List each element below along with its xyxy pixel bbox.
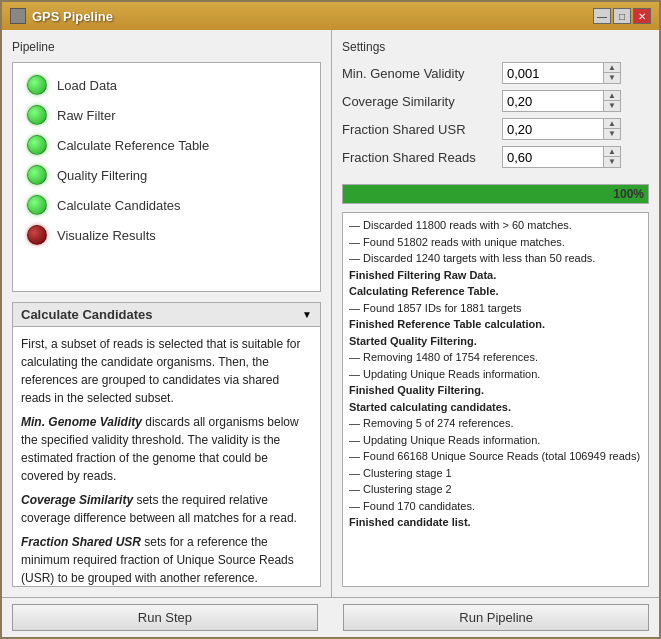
info-paragraph: Min. Genome Validity discards all organi… (21, 413, 312, 485)
progress-section: 100% (342, 184, 649, 204)
app-icon (10, 8, 26, 24)
pipeline-list: Load DataRaw FilterCalculate Reference T… (12, 62, 321, 292)
log-entry: Finished Quality Filtering. (349, 382, 642, 399)
progress-bar-wrap: 100% (342, 184, 649, 204)
settings-input-wrap: ▲▼ (502, 118, 621, 140)
spin-buttons: ▲▼ (603, 119, 620, 139)
info-paragraph: First, a subset of reads is selected tha… (21, 335, 312, 407)
main-content: Pipeline Load DataRaw FilterCalculate Re… (2, 30, 659, 597)
title-buttons: — □ ✕ (593, 8, 651, 24)
log-entry: — Clustering stage 2 (349, 481, 642, 498)
status-light (27, 165, 47, 185)
log-entry: — Found 66168 Unique Source Reads (total… (349, 448, 642, 465)
settings-input-wrap: ▲▼ (502, 62, 621, 84)
pipeline-section-label: Pipeline (12, 40, 321, 54)
run-pipeline-button[interactable]: Run Pipeline (343, 604, 649, 631)
log-entry: — Found 1857 IDs for 1881 targets (349, 300, 642, 317)
status-light (27, 105, 47, 125)
close-button[interactable]: ✕ (633, 8, 651, 24)
maximize-button[interactable]: □ (613, 8, 631, 24)
settings-row: Coverage Similarity▲▼ (342, 90, 649, 112)
spin-buttons: ▲▼ (603, 63, 620, 83)
log-box[interactable]: — Discarded 11800 reads with > 60 matche… (342, 212, 649, 587)
log-entry: — Discarded 1240 targets with less than … (349, 250, 642, 267)
log-entry: Finished Reference Table calculation. (349, 316, 642, 333)
log-entry: Finished candidate list. (349, 514, 642, 531)
pipeline-item[interactable]: Raw Filter (23, 103, 310, 127)
progress-label: 100% (613, 187, 644, 201)
settings-input[interactable] (503, 120, 603, 139)
title-bar-left: GPS Pipeline (10, 8, 113, 24)
spin-up-button[interactable]: ▲ (604, 63, 620, 73)
settings-row: Fraction Shared Reads▲▼ (342, 146, 649, 168)
status-light (27, 75, 47, 95)
log-entry: — Removing 1480 of 1754 references. (349, 349, 642, 366)
settings-input[interactable] (503, 64, 603, 83)
pipeline-item[interactable]: Quality Filtering (23, 163, 310, 187)
pipeline-item[interactable]: Calculate Candidates (23, 193, 310, 217)
settings-section-label: Settings (342, 40, 649, 54)
settings-row: Fraction Shared USR▲▼ (342, 118, 649, 140)
pipeline-item[interactable]: Calculate Reference Table (23, 133, 310, 157)
settings-row-label: Fraction Shared Reads (342, 150, 502, 165)
log-entry: — Discarded 11800 reads with > 60 matche… (349, 217, 642, 234)
spin-up-button[interactable]: ▲ (604, 91, 620, 101)
settings-row: Min. Genome Validity▲▼ (342, 62, 649, 84)
pipeline-item[interactable]: Load Data (23, 73, 310, 97)
right-panel: Settings Min. Genome Validity▲▼Coverage … (332, 30, 659, 597)
log-entry: — Found 51802 reads with unique matches. (349, 234, 642, 251)
log-entry: — Updating Unique Reads information. (349, 366, 642, 383)
settings-row-label: Coverage Similarity (342, 94, 502, 109)
info-box-title: Calculate Candidates (21, 307, 153, 322)
log-entry: — Clustering stage 1 (349, 465, 642, 482)
spin-down-button[interactable]: ▼ (604, 129, 620, 139)
settings-section: Min. Genome Validity▲▼Coverage Similarit… (342, 62, 649, 174)
status-light (27, 135, 47, 155)
info-box-header: Calculate Candidates ▼ (13, 303, 320, 327)
info-box: Calculate Candidates ▼ First, a subset o… (12, 302, 321, 587)
log-entry: Calculating Reference Table. (349, 283, 642, 300)
left-panel: Pipeline Load DataRaw FilterCalculate Re… (2, 30, 332, 597)
spin-up-button[interactable]: ▲ (604, 119, 620, 129)
pipeline-item[interactable]: Visualize Results (23, 223, 310, 247)
pipeline-item-label: Visualize Results (57, 228, 156, 243)
settings-input[interactable] (503, 92, 603, 111)
pipeline-item-label: Calculate Candidates (57, 198, 181, 213)
status-light (27, 195, 47, 215)
pipeline-item-label: Calculate Reference Table (57, 138, 209, 153)
settings-input-wrap: ▲▼ (502, 146, 621, 168)
log-entry: — Found 170 candidates. (349, 498, 642, 515)
run-step-button[interactable]: Run Step (12, 604, 318, 631)
pipeline-item-label: Load Data (57, 78, 117, 93)
spin-down-button[interactable]: ▼ (604, 101, 620, 111)
spin-down-button[interactable]: ▼ (604, 157, 620, 167)
settings-input-wrap: ▲▼ (502, 90, 621, 112)
settings-row-label: Fraction Shared USR (342, 122, 502, 137)
settings-input[interactable] (503, 148, 603, 167)
title-bar: GPS Pipeline — □ ✕ (2, 2, 659, 30)
settings-row-label: Min. Genome Validity (342, 66, 502, 81)
pipeline-item-label: Raw Filter (57, 108, 116, 123)
main-window: GPS Pipeline — □ ✕ Pipeline Load DataRaw… (0, 0, 661, 639)
status-light (27, 225, 47, 245)
info-paragraph: Fraction Shared USR sets for a reference… (21, 533, 312, 586)
log-entry: Finished Filtering Raw Data. (349, 267, 642, 284)
minimize-button[interactable]: — (593, 8, 611, 24)
pipeline-item-label: Quality Filtering (57, 168, 147, 183)
info-paragraph: Coverage Similarity sets the required re… (21, 491, 312, 527)
spin-buttons: ▲▼ (603, 91, 620, 111)
log-entry: Started calculating candidates. (349, 399, 642, 416)
spin-down-button[interactable]: ▼ (604, 73, 620, 83)
log-entry: — Updating Unique Reads information. (349, 432, 642, 449)
log-entry: — Removing 5 of 274 references. (349, 415, 642, 432)
info-box-content: First, a subset of reads is selected tha… (13, 327, 320, 586)
spin-buttons: ▲▼ (603, 147, 620, 167)
info-box-scroll[interactable]: ▼ (302, 309, 312, 320)
progress-bar-fill (343, 185, 648, 203)
log-entry: Started Quality Filtering. (349, 333, 642, 350)
bottom-bar: Run Step Run Pipeline (2, 597, 659, 637)
window-title: GPS Pipeline (32, 9, 113, 24)
spin-up-button[interactable]: ▲ (604, 147, 620, 157)
